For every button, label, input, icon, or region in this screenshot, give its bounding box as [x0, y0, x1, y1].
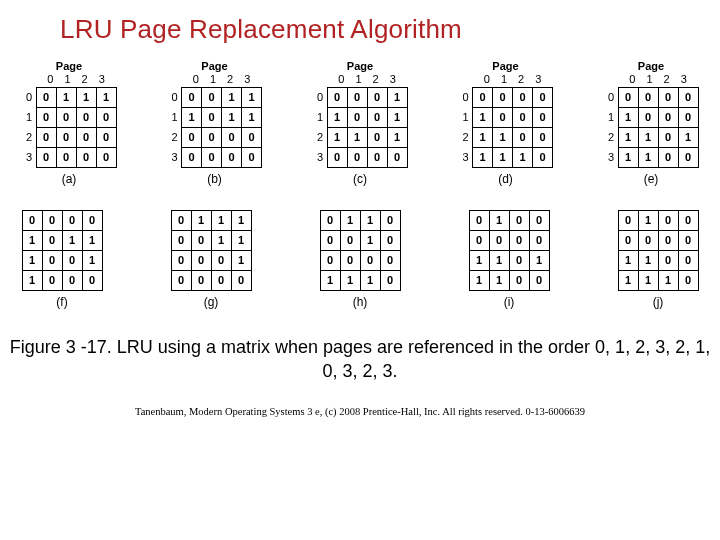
col-header: 0 [193, 73, 199, 85]
matrix-cell: 0 [181, 87, 202, 108]
row-header: 2 [459, 127, 473, 147]
matrix-cell: 1 [512, 147, 533, 168]
matrix-cell: 1 [638, 210, 659, 231]
col-headers: 0123 [33, 73, 105, 85]
matrix-sublabel: (e) [644, 172, 659, 186]
matrix-cell: 1 [489, 250, 510, 271]
matrix-cell: 0 [618, 210, 639, 231]
matrix-cell: 0 [678, 210, 699, 231]
matrix-block: Page012300001110012110130000(c) [313, 61, 407, 186]
matrix-block: 0110001000001110(h) [320, 210, 400, 309]
matrix-cell: 0 [367, 127, 388, 148]
row-header: 1 [22, 107, 36, 127]
matrix-cell: 1 [638, 250, 659, 271]
page-label: Page [347, 61, 373, 72]
row-header: 3 [313, 147, 327, 167]
matrix-grid: 0111001100010000 [171, 210, 251, 290]
matrix-cell: 0 [367, 107, 388, 128]
matrix-cell: 0 [678, 230, 699, 251]
col-header: 3 [681, 73, 687, 85]
matrix-cell: 0 [201, 147, 222, 168]
matrix-cell: 0 [231, 270, 252, 291]
matrix-cell: 1 [96, 87, 117, 108]
matrix-cell: 0 [42, 270, 63, 291]
matrix-cell: 0 [512, 107, 533, 128]
matrix-cell: 0 [171, 250, 192, 271]
col-header: 1 [210, 73, 216, 85]
matrix-cell: 1 [489, 270, 510, 291]
matrix-cell: 0 [512, 127, 533, 148]
matrix-cell: 0 [529, 230, 550, 251]
col-header: 2 [373, 73, 379, 85]
matrix-cell: 0 [76, 127, 97, 148]
matrix-cell: 1 [618, 270, 639, 291]
matrix-cell: 0 [42, 230, 63, 251]
matrix-cell: 0 [658, 210, 679, 231]
figure-caption: Figure 3 -17. LRU using a matrix when pa… [0, 309, 720, 384]
matrix-cell: 1 [327, 127, 348, 148]
matrix-cell: 1 [340, 210, 361, 231]
matrix-cell: 0 [678, 107, 699, 128]
col-header: 2 [227, 73, 233, 85]
matrix-cell: 1 [76, 87, 97, 108]
matrix-cell: 0 [221, 147, 242, 168]
matrix-cell: 0 [42, 210, 63, 231]
matrix-cell: 1 [22, 250, 43, 271]
matrix-cell: 0 [201, 127, 222, 148]
matrix-cell: 0 [201, 87, 222, 108]
matrix-cell: 1 [489, 210, 510, 231]
row-header: 0 [459, 87, 473, 107]
matrix-cell: 0 [56, 107, 77, 128]
matrix-sublabel: (b) [207, 172, 222, 186]
col-header: 1 [646, 73, 652, 85]
matrix-cell: 0 [36, 147, 57, 168]
matrix-grid: 00000110002110131100 [604, 87, 698, 167]
matrix-cell: 1 [181, 107, 202, 128]
matrix-cell: 0 [380, 230, 401, 251]
col-header: 0 [47, 73, 53, 85]
row-header: 1 [459, 107, 473, 127]
matrix-grid: 00011110112000030000 [168, 87, 262, 167]
matrix-cell: 0 [618, 230, 639, 251]
matrix-cell: 0 [56, 147, 77, 168]
matrix-cell: 1 [320, 270, 341, 291]
matrix-grid: 0110001000001110 [320, 210, 400, 290]
matrix-cell: 0 [509, 210, 530, 231]
matrix-cell: 0 [171, 230, 192, 251]
row-header: 0 [168, 87, 182, 107]
matrix-block: 0000101110011000(f) [22, 210, 102, 309]
matrix-cell: 1 [638, 147, 659, 168]
matrix-grid: 00111100002000030000 [22, 87, 116, 167]
matrix-cell: 1 [618, 107, 639, 128]
matrix-cell: 0 [340, 230, 361, 251]
row-header: 1 [313, 107, 327, 127]
matrix-block: Page012300011110112000030000(b) [168, 61, 262, 186]
matrix-cell: 0 [489, 230, 510, 251]
matrix-cell: 1 [618, 127, 639, 148]
page-label: Page [492, 61, 518, 72]
row-header: 2 [604, 127, 618, 147]
matrix-cell: 1 [492, 147, 513, 168]
matrix-cell: 1 [211, 210, 232, 231]
matrix-cell: 0 [191, 250, 212, 271]
matrix-cell: 1 [360, 210, 381, 231]
row-header: 1 [168, 107, 182, 127]
matrix-cell: 0 [532, 87, 553, 108]
matrix-cell: 0 [658, 147, 679, 168]
matrix-cell: 0 [221, 127, 242, 148]
matrix-sublabel: (j) [653, 295, 664, 309]
matrix-block: 0100000011011100(i) [469, 210, 549, 309]
matrix-sublabel: (d) [498, 172, 513, 186]
matrix-cell: 1 [231, 210, 252, 231]
matrix-cell: 0 [36, 107, 57, 128]
matrix-cell: 0 [42, 250, 63, 271]
matrix-cell: 0 [509, 250, 530, 271]
matrix-cell: 0 [469, 210, 490, 231]
matrix-cell: 0 [387, 147, 408, 168]
matrix-cell: 0 [512, 87, 533, 108]
matrix-cell: 0 [509, 270, 530, 291]
matrix-cell: 0 [492, 87, 513, 108]
matrix-cell: 0 [347, 87, 368, 108]
col-header: 2 [664, 73, 670, 85]
row-header: 0 [313, 87, 327, 107]
